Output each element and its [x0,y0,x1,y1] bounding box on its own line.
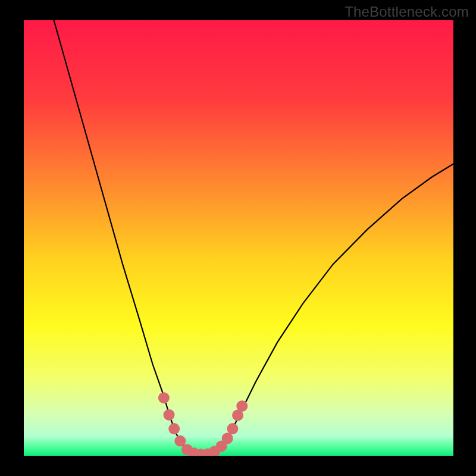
highlight-dot [158,392,170,403]
highlight-dot [168,423,180,434]
highlight-dots [158,392,248,456]
plot-area [24,20,453,456]
curve-layer [24,20,453,456]
highlight-dot [236,400,248,412]
highlight-dot [227,423,238,434]
highlight-dot [222,433,233,444]
bottleneck-curve [54,20,453,455]
highlight-dot [164,409,175,421]
chart-frame: TheBottleneck.com [0,0,476,476]
watermark-text: TheBottleneck.com [345,4,469,20]
